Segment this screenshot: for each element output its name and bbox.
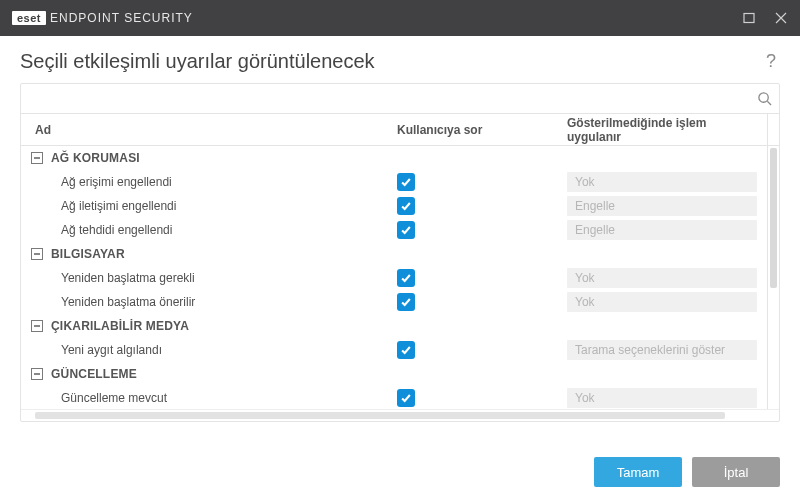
dialog-footer: Tamam İptal xyxy=(0,444,800,500)
action-field[interactable]: Yok xyxy=(567,388,757,408)
ask-user-checkbox[interactable] xyxy=(397,221,415,239)
group-row: AĞ KORUMASI xyxy=(21,146,767,170)
page-title: Seçili etkileşimli uyarılar görüntülenec… xyxy=(20,50,762,73)
ask-user-checkbox[interactable] xyxy=(397,389,415,407)
search-input[interactable] xyxy=(21,91,749,106)
check-icon xyxy=(400,392,412,404)
action-field[interactable]: Engelle xyxy=(567,196,757,216)
collapse-toggle[interactable] xyxy=(31,320,43,332)
item-label: Ağ tehdidi engellendi xyxy=(61,223,397,237)
column-name: Ad xyxy=(21,123,397,137)
ask-user-checkbox[interactable] xyxy=(397,269,415,287)
item-label: Yeniden başlatma önerilir xyxy=(61,295,397,309)
brand: eset ENDPOINT SECURITY xyxy=(12,11,193,25)
action-field[interactable]: Yok xyxy=(567,172,757,192)
item-label: Ağ iletişimi engellendi xyxy=(61,199,397,213)
item-label: Ağ erişimi engellendi xyxy=(61,175,397,189)
table-body: AĞ KORUMASIAğ erişimi engellendiYokAğ il… xyxy=(21,146,779,409)
check-icon xyxy=(400,272,412,284)
ask-user-checkbox[interactable] xyxy=(397,173,415,191)
check-icon xyxy=(400,344,412,356)
minimize-button[interactable] xyxy=(742,11,756,25)
table-header: Ad Kullanıcıya sor Gösterilmediğinde işl… xyxy=(21,114,779,146)
cancel-button[interactable]: İptal xyxy=(692,457,780,487)
minimize-icon xyxy=(743,12,755,24)
minus-icon xyxy=(33,322,41,330)
table-row: Ağ iletişimi engellendiEngelle xyxy=(21,194,767,218)
ask-user-checkbox[interactable] xyxy=(397,341,415,359)
column-action: Gösterilmediğinde işlem uygulanır xyxy=(567,116,767,144)
column-ask: Kullanıcıya sor xyxy=(397,123,567,137)
page-header: Seçili etkileşimli uyarılar görüntülenec… xyxy=(0,36,800,83)
horizontal-scrollbar-thumb[interactable] xyxy=(35,412,725,419)
horizontal-scrollbar[interactable] xyxy=(21,409,779,421)
titlebar: eset ENDPOINT SECURITY xyxy=(0,0,800,36)
group-row: BILGISAYAR xyxy=(21,242,767,266)
brand-name: ENDPOINT SECURITY xyxy=(50,11,193,25)
ask-user-checkbox[interactable] xyxy=(397,293,415,311)
action-field[interactable]: Yok xyxy=(567,292,757,312)
group-row: ÇIKARILABİLİR MEDYA xyxy=(21,314,767,338)
group-row: GÜNCELLEME xyxy=(21,362,767,386)
table-row: Yeniden başlatma önerilirYok xyxy=(21,290,767,314)
check-icon xyxy=(400,296,412,308)
collapse-toggle[interactable] xyxy=(31,152,43,164)
group-label: ÇIKARILABİLİR MEDYA xyxy=(51,319,767,333)
close-icon xyxy=(775,12,787,24)
action-field[interactable]: Yok xyxy=(567,268,757,288)
check-icon xyxy=(400,176,412,188)
minus-icon xyxy=(33,370,41,378)
collapse-toggle[interactable] xyxy=(31,248,43,260)
minus-icon xyxy=(33,250,41,258)
svg-point-1 xyxy=(758,93,767,102)
collapse-toggle[interactable] xyxy=(31,368,43,380)
action-field[interactable]: Tarama seçeneklerini göster xyxy=(567,340,757,360)
table-row: Yeni aygıt algılandıTarama seçeneklerini… xyxy=(21,338,767,362)
brand-logo: eset xyxy=(12,11,46,25)
group-label: BILGISAYAR xyxy=(51,247,767,261)
help-button[interactable]: ? xyxy=(762,51,780,72)
table-row: Ağ tehdidi engellendiEngelle xyxy=(21,218,767,242)
item-label: Yeniden başlatma gerekli xyxy=(61,271,397,285)
table-row: Yeniden başlatma gerekliYok xyxy=(21,266,767,290)
window-controls xyxy=(742,11,788,25)
vertical-scrollbar[interactable] xyxy=(767,146,779,409)
close-button[interactable] xyxy=(774,11,788,25)
ask-user-checkbox[interactable] xyxy=(397,197,415,215)
check-icon xyxy=(400,200,412,212)
svg-rect-0 xyxy=(744,14,754,23)
action-field[interactable]: Engelle xyxy=(567,220,757,240)
search-row xyxy=(21,84,779,114)
search-icon[interactable] xyxy=(749,91,779,106)
ok-button[interactable]: Tamam xyxy=(594,457,682,487)
check-icon xyxy=(400,224,412,236)
group-label: GÜNCELLEME xyxy=(51,367,767,381)
settings-panel: Ad Kullanıcıya sor Gösterilmediğinde işl… xyxy=(20,83,780,422)
vertical-scrollbar-thumb[interactable] xyxy=(770,148,777,288)
table-row: Ağ erişimi engellendiYok xyxy=(21,170,767,194)
group-label: AĞ KORUMASI xyxy=(51,151,767,165)
table-row: Güncelleme mevcutYok xyxy=(21,386,767,409)
item-label: Yeni aygıt algılandı xyxy=(61,343,397,357)
minus-icon xyxy=(33,154,41,162)
item-label: Güncelleme mevcut xyxy=(61,391,397,405)
